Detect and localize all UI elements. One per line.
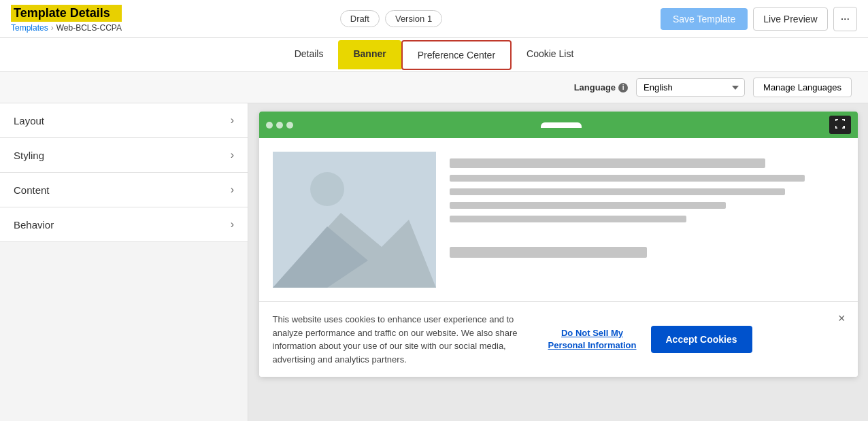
chevron-right-icon: › (231, 218, 234, 231)
do-not-sell-button[interactable]: Do Not Sell My Personal Information (545, 327, 640, 352)
breadcrumb-templates-link[interactable]: Templates (11, 23, 48, 33)
chevron-right-icon: › (231, 149, 234, 161)
breadcrumb-separator: › (51, 23, 54, 33)
main-layout: Layout › Styling › Content › Behavior › (0, 103, 868, 421)
sidebar-item-content-label: Content (14, 184, 50, 196)
cookie-banner: This website uses cookies to enhance use… (259, 301, 858, 377)
sidebar-item-styling-label: Styling (14, 150, 44, 161)
more-options-button[interactable]: ··· (833, 7, 857, 31)
cookie-banner-text: This website uses cookies to enhance use… (273, 313, 531, 366)
sidebar-item-layout[interactable]: Layout › (0, 103, 248, 138)
sidebar-item-behavior-label: Behavior (14, 219, 54, 231)
preview-area: This website uses cookies to enhance use… (248, 103, 868, 421)
image-placeholder (273, 152, 436, 288)
sidebar-item-content[interactable]: Content › (0, 173, 248, 207)
close-cookie-banner-button[interactable]: × (833, 309, 851, 329)
language-info-icon: i (618, 83, 628, 92)
language-label: Language i (574, 82, 628, 92)
sidebar-item-behavior[interactable]: Behavior › (0, 207, 248, 242)
text-line-5 (450, 216, 686, 222)
tab-details[interactable]: Details (280, 40, 339, 69)
browser-dot-3 (286, 122, 293, 129)
version-badge[interactable]: Version 1 (385, 10, 442, 27)
sidebar: Layout › Styling › Content › Behavior › (0, 103, 248, 421)
page-content-mockup (259, 138, 858, 301)
svg-point-3 (310, 172, 344, 206)
tab-banner[interactable]: Banner (338, 40, 401, 69)
browser-chrome (259, 112, 858, 138)
text-line-6 (450, 247, 647, 258)
draft-badge[interactable]: Draft (340, 10, 380, 27)
breadcrumb: Templates › Web-BCLS-CCPA (11, 23, 122, 33)
browser-tab (541, 122, 582, 128)
chevron-right-icon: › (231, 184, 234, 196)
language-bar: Language i English Manage Languages (0, 72, 868, 103)
top-bar-right: Save Template Live Preview ··· (661, 7, 857, 31)
page-title: Template Details (11, 5, 122, 22)
text-line-3 (450, 188, 785, 195)
sidebar-item-styling[interactable]: Styling › (0, 138, 248, 173)
save-template-button[interactable]: Save Template (661, 8, 748, 30)
tab-preference-center[interactable]: Preference Center (401, 40, 512, 70)
sidebar-item-layout-label: Layout (14, 115, 44, 127)
language-select[interactable]: English (636, 78, 745, 97)
text-line-1 (450, 158, 765, 168)
text-line-2 (450, 175, 805, 182)
chevron-right-icon: › (231, 114, 234, 127)
tabs-bar: Details Banner Preference Center Cookie … (0, 38, 868, 72)
fullscreen-icon (835, 118, 846, 129)
manage-languages-button[interactable]: Manage Languages (753, 78, 852, 97)
fullscreen-button[interactable] (829, 116, 851, 134)
top-bar: Template Details Templates › Web-BCLS-CC… (0, 0, 868, 38)
browser-dots (266, 122, 293, 129)
browser-mockup: This website uses cookies to enhance use… (259, 112, 858, 377)
top-bar-center: Draft Version 1 (340, 10, 442, 27)
breadcrumb-current: Web-BCLS-CCPA (56, 23, 122, 33)
text-line-4 (450, 202, 726, 209)
live-preview-button[interactable]: Live Preview (753, 7, 827, 31)
text-lines (450, 152, 844, 288)
browser-dot-1 (266, 122, 273, 129)
browser-dot-2 (276, 122, 283, 129)
cookie-actions: Do Not Sell My Personal Information Acce… (545, 326, 752, 353)
tab-cookie-list[interactable]: Cookie List (512, 40, 588, 69)
accept-cookies-button[interactable]: Accept Cookies (651, 326, 752, 353)
top-bar-left: Template Details Templates › Web-BCLS-CC… (11, 5, 122, 33)
